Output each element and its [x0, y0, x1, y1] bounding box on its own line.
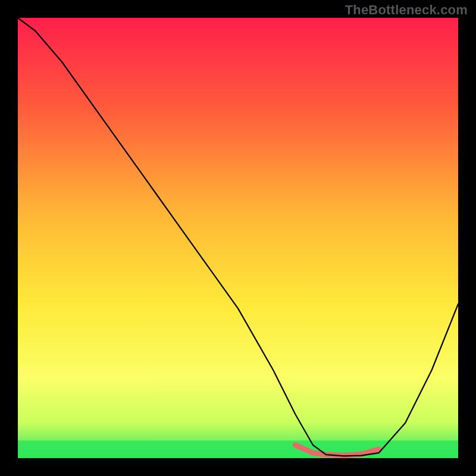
- plot-svg: [18, 18, 458, 458]
- plot-area: [18, 18, 458, 458]
- watermark-text: TheBottleneck.com: [345, 2, 468, 18]
- gradient-background: [18, 18, 458, 458]
- chart-frame: TheBottleneck.com: [0, 0, 476, 476]
- green-band: [18, 440, 458, 458]
